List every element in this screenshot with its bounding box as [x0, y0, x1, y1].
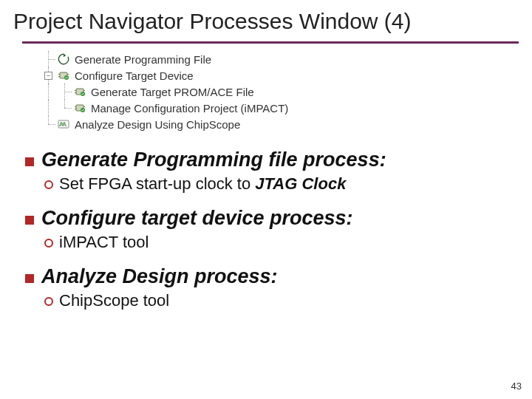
tree-row-generate-programming-file[interactable]: Generate Programming File: [41, 51, 532, 67]
tree-row-manage-config-project[interactable]: Manage Configuration Project (iMPACT): [41, 100, 532, 116]
chip-icon: [73, 85, 86, 98]
bullet-heading: Analyze Design process:: [41, 265, 278, 287]
cycle-icon: [57, 52, 70, 66]
tree-row-analyze-chipscope[interactable]: Analyze Design Using ChipScope: [41, 116, 532, 132]
svg-rect-3: [67, 74, 69, 75]
subbullet-generate: Set FPGA start-up clock to JTAG Clock: [44, 174, 532, 194]
title-rule: [22, 41, 519, 44]
tree-label: Analyze Design Using ChipScope: [75, 118, 240, 131]
square-bullet-icon: [25, 274, 34, 283]
bullet-heading: Generate Programming file process:: [41, 149, 386, 171]
bullet-heading: Configure target device process:: [41, 207, 353, 229]
svg-rect-13: [75, 106, 76, 107]
square-bullet-icon: [25, 216, 34, 225]
subbullet-configure: iMPACT tool: [44, 233, 532, 252]
chip-icon: [57, 69, 70, 82]
chip-icon: [73, 101, 86, 115]
svg-rect-8: [75, 92, 76, 93]
slide-title: Project Navigator Processes Window (4): [0, 0, 532, 34]
svg-rect-1: [58, 74, 60, 75]
bullet-generate: Generate Programming file process:: [25, 149, 532, 171]
tree-label: Generate Programming File: [75, 53, 211, 66]
tree-label: Generate Target PROM/ACE File: [91, 86, 254, 98]
bullet-configure: Configure target device process:: [25, 207, 532, 230]
circle-bullet-icon: [44, 180, 53, 189]
circle-bullet-icon: [44, 297, 53, 306]
page-number: 43: [511, 381, 522, 392]
process-tree: Generate Programming File − Configure Ta…: [41, 51, 532, 132]
svg-rect-15: [83, 106, 85, 107]
tree-label: Configure Target Device: [75, 69, 194, 82]
bullet-analyze: Analyze Design process:: [25, 265, 532, 288]
svg-rect-2: [58, 76, 60, 77]
subbullet-text: ChipScope tool: [59, 291, 169, 310]
subbullet-analyze: ChipScope tool: [44, 291, 532, 310]
bullet-list: Generate Programming file process: Set F…: [25, 149, 532, 310]
subbullet-emphasis: JTAG Clock: [255, 174, 346, 193]
tree-row-configure-target-device[interactable]: − Configure Target Device: [41, 67, 532, 83]
subbullet-text: Set FPGA start-up clock to: [59, 174, 255, 193]
square-bullet-icon: [25, 157, 34, 166]
tree-row-generate-target-prom[interactable]: Generate Target PROM/ACE File: [41, 83, 532, 100]
circle-bullet-icon: [44, 239, 53, 248]
svg-rect-9: [83, 90, 85, 91]
subbullet-text: iMPACT tool: [59, 233, 149, 251]
tree-label: Manage Configuration Project (iMPACT): [91, 102, 288, 115]
waveform-icon: [57, 117, 70, 131]
collapse-icon[interactable]: −: [44, 72, 52, 80]
svg-rect-7: [75, 90, 76, 91]
svg-rect-14: [75, 109, 76, 109]
